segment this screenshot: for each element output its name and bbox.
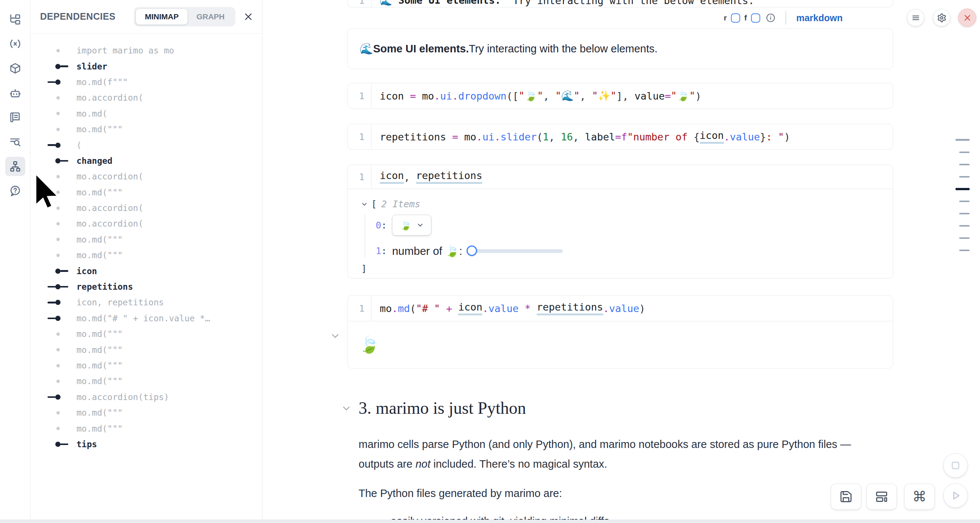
outline-marker[interactable]: [956, 195, 970, 207]
minimap-row[interactable]: repetitions: [30, 279, 262, 295]
minimap-row[interactable]: mo.md(: [30, 106, 262, 121]
collapse-cell-chevron-icon[interactable]: [330, 331, 340, 341]
code-line[interactable]: icon, repetitions: [372, 165, 482, 189]
minimap-row[interactable]: mo.md(""": [30, 121, 262, 137]
view-toggle: MINIMAP GRAPH: [134, 7, 235, 26]
format-checkbox[interactable]: [751, 13, 760, 23]
outline-marker[interactable]: [956, 207, 970, 220]
minimap-row[interactable]: mo.md("# " + icon.value *…: [30, 311, 262, 326]
minimap-row[interactable]: mo.accordion(: [30, 90, 262, 105]
line-number: 1: [348, 165, 372, 189]
code-line[interactable]: mo.md("# " + icon.value * repetitions.va…: [372, 296, 645, 321]
packages-icon[interactable]: [5, 59, 25, 78]
minimap-row[interactable]: mo.md(f""": [30, 74, 262, 90]
minimap-cell-label: tips: [76, 439, 97, 449]
snippets-icon[interactable]: [5, 108, 25, 127]
code-cell-slider[interactable]: 1 repetitions = mo.ui.slider(1, 16, labe…: [347, 124, 893, 150]
file-tree-icon[interactable]: [5, 10, 25, 29]
minimap-row[interactable]: tips: [30, 437, 262, 452]
dropdown-selected-value: 🍃: [400, 220, 412, 231]
code-cell-tuple[interactable]: 1 icon, repetitions [ 2 Items 0 :: [347, 164, 893, 279]
play-icon: [950, 490, 961, 501]
save-button[interactable]: [831, 484, 861, 510]
collapse-section-chevron-icon[interactable]: [342, 403, 351, 413]
minimap-cell-label: mo.accordion(: [76, 93, 143, 102]
minimap-row[interactable]: slider: [30, 58, 262, 74]
command-icon: ⌘: [912, 490, 926, 504]
info-icon[interactable]: [766, 13, 775, 23]
outline-marker[interactable]: [956, 232, 970, 244]
ai-assistant-icon[interactable]: [5, 83, 25, 102]
outline-marker[interactable]: [956, 158, 970, 171]
table-of-contents-icon[interactable]: [5, 132, 25, 151]
minimap-row[interactable]: import marimo as mo: [30, 43, 262, 58]
outline-marker[interactable]: [956, 183, 970, 195]
minimap-row[interactable]: mo.md(""": [30, 405, 262, 421]
run-checkbox[interactable]: [731, 13, 740, 23]
format-label: f: [744, 13, 747, 22]
settings-button[interactable]: [933, 9, 950, 26]
minimap-row[interactable]: mo.md(""": [30, 326, 262, 342]
code-line[interactable]: icon = mo.ui.dropdown(["🍃", "🌊", "✨"], v…: [372, 83, 701, 108]
minimap-row[interactable]: mo.accordion(: [30, 216, 262, 231]
section-paragraph-2: The Python files generated by marimo are…: [359, 487, 893, 500]
minimap-cell-label: mo.md(""": [76, 408, 123, 418]
cell-footer-toolbar: r f markdown: [347, 8, 893, 28]
minimap-row[interactable]: icon, repetitions: [30, 295, 262, 310]
line-number: 1: [348, 296, 372, 321]
tab-minimap[interactable]: MINIMAP: [136, 9, 188, 24]
slider-thumb[interactable]: [467, 246, 477, 256]
minimap-row[interactable]: (: [30, 137, 262, 153]
run-button[interactable]: [943, 483, 968, 508]
minimap-row[interactable]: mo.md(""": [30, 232, 262, 247]
minimap-row[interactable]: mo.md(""": [30, 358, 262, 373]
markdown-output: 🌊 Some UI elements. Try interacting with…: [347, 28, 893, 69]
cell-graph-marker: [48, 112, 68, 115]
cell-graph-marker: [48, 442, 68, 447]
outline-marker[interactable]: [956, 146, 970, 158]
chevron-down-icon: [417, 222, 423, 228]
menu-button[interactable]: [907, 9, 924, 26]
tab-graph[interactable]: GRAPH: [188, 9, 234, 24]
section-heading: 3. marimo is just Python: [359, 398, 893, 418]
cell-graph-marker: [48, 128, 68, 131]
outline-marker[interactable]: [956, 134, 970, 146]
marimo-notebook-app: DEPENDENCIES MINIMAP GRAPH import marimo…: [0, 0, 980, 523]
dependencies-panel: DEPENDENCIES MINIMAP GRAPH import marimo…: [30, 0, 262, 520]
icon-dropdown-select[interactable]: 🍃: [392, 215, 431, 236]
variables-icon[interactable]: [5, 34, 25, 54]
help-icon[interactable]: [5, 181, 25, 201]
minimap-row[interactable]: changed: [30, 153, 262, 169]
repetitions-slider[interactable]: [468, 249, 563, 253]
dependencies-icon[interactable]: [5, 157, 25, 176]
collapse-chevron-icon[interactable]: [361, 201, 368, 207]
code-line[interactable]: repetitions = mo.ui.slider(1, 16, label=…: [372, 124, 790, 149]
code-cell-md-heading[interactable]: 1 mo.md("# " + icon.value * repetitions.…: [347, 295, 893, 368]
layout-toggle-button[interactable]: [866, 484, 897, 510]
minimap-row[interactable]: mo.md(""": [30, 373, 262, 389]
markdown-code-cell-clipped[interactable]: 1 🌊 Some UI elements. Try interacting wi…: [347, 0, 893, 8]
close-panel-icon[interactable]: [243, 12, 253, 22]
minimap-cell-label: mo.accordion(tips): [76, 392, 169, 402]
minimap-row[interactable]: mo.md(""": [30, 421, 262, 436]
cell-graph-marker: [48, 394, 68, 400]
minimap-row[interactable]: icon: [30, 263, 262, 279]
outline-marker[interactable]: [956, 244, 970, 256]
minimap-row[interactable]: mo.accordion(tips): [30, 389, 262, 405]
minimap-row[interactable]: mo.md(""": [30, 342, 262, 357]
code-cell-dropdown[interactable]: 1 icon = mo.ui.dropdown(["🍃", "🌊", "✨"],…: [347, 83, 893, 109]
keyboard-shortcuts-button[interactable]: ⌘: [904, 484, 935, 510]
gear-icon: [937, 13, 947, 23]
shutdown-button[interactable]: [958, 8, 976, 27]
minimap-cell-label: mo.md(""": [76, 124, 123, 134]
cell-graph-marker: [48, 348, 68, 351]
minimap-row[interactable]: mo.md(""": [30, 247, 262, 263]
layout-rows-icon: [875, 490, 888, 503]
outline-marker[interactable]: [956, 220, 970, 232]
outline-marker[interactable]: [956, 171, 970, 183]
language-mode-label[interactable]: markdown: [796, 13, 843, 23]
cell-graph-marker: [48, 427, 68, 430]
stop-button[interactable]: [943, 453, 968, 478]
cell-graph-marker: [48, 364, 68, 367]
minimap-cell-label: mo.md(""": [76, 235, 123, 244]
